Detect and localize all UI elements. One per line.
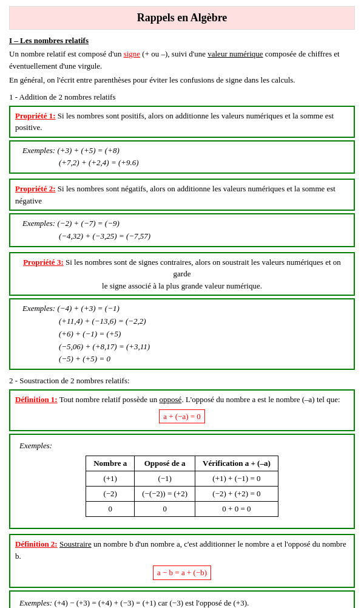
cell-nombre2: (−2): [86, 487, 135, 502]
example2-box: Exemples: (−2) + (−7) = (−9) (−4,32) + (…: [9, 213, 355, 247]
ex3-label: Exemples:: [22, 304, 55, 313]
cell-oppose2: (−(−2)) = (+2): [135, 487, 195, 502]
prop3-text2: le signe associé à la plus grande valeur…: [102, 281, 262, 290]
prop2-text: Si les nombres sont négatifs, alors on a…: [15, 184, 335, 205]
cell-nombre3: 0: [86, 502, 135, 517]
table-row: (+1) (−1) (+1) + (−1) = 0: [86, 471, 278, 487]
def1-formula-wrapper: a + (−a) = 0: [15, 408, 349, 426]
cell-oppose1: (−1): [135, 471, 195, 487]
propriete2-box: Propriété 2: Si les nombres sont négatif…: [9, 179, 355, 211]
table-examples-box: Exemples: Nombre a Opposé de a Vérificat…: [9, 434, 355, 529]
ex2-label: Exemples:: [22, 219, 55, 228]
def2-formula: a − b = a + (−b): [153, 565, 211, 580]
examples-def2-box: Exemples: (+4) − (+3) = (+4) + (−3) = (+…: [9, 590, 355, 608]
cell-verif2: (−2) + (+2) = 0: [195, 487, 278, 502]
def1-formula: a + (−a) = 0: [159, 409, 205, 424]
def2-label: Définition 2:: [15, 539, 58, 548]
definition2-box: Définition 2: Soustraire un nombre b d'u…: [9, 534, 355, 588]
page-title: Rappels en Algèbre: [9, 6, 355, 30]
cell-oppose3: 0: [135, 502, 195, 517]
example1-box: Exemples: (+3) + (+5) = (+8) (+7,2) + (+…: [9, 140, 355, 174]
intro1: Un nombre relatif est composé d'un signe…: [9, 48, 355, 72]
ex-def2-label: Exemples:: [19, 598, 52, 607]
propriete3-box: Propriété 3: Si les nombres sont de sign…: [9, 252, 355, 296]
prop3-text1: Si les nombres sont de signes contraires…: [64, 258, 341, 279]
signe-word: signe: [124, 49, 140, 58]
table-row: (−2) (−(−2)) = (+2) (−2) + (+2) = 0: [86, 487, 278, 502]
col-header-verif: Vérification a + (–a): [195, 456, 278, 471]
prop1-label: Propriété 1:: [15, 111, 56, 120]
prop3-label: Propriété 3:: [23, 258, 64, 267]
propriete1-box: Propriété 1: Si les nombres sont positif…: [9, 106, 355, 138]
valeur-word: valeur numérique: [207, 49, 263, 58]
sub1-title: 1 - Addition de 2 nombres relatifs: [9, 92, 355, 102]
oppose-word: opposé: [160, 395, 182, 404]
col-header-oppose: Opposé de a: [135, 456, 195, 471]
inner-table: Nombre a Opposé de a Vérification a + (–…: [86, 456, 278, 517]
section1-title: I – Les nombres relatifs: [9, 36, 355, 46]
sub2-title: 2 - Soustraction de 2 nombres relatifs:: [9, 376, 355, 386]
cell-nombre1: (+1): [86, 471, 135, 487]
def1-label: Définition 1:: [15, 395, 58, 404]
intro2: En général, on l'écrit entre parenthèses…: [9, 74, 355, 86]
table-ex-label: Exemples:: [19, 441, 52, 450]
soustraire-word: Soustraire: [59, 539, 92, 548]
prop1-text: Si les nombres sont positifs, alors on a…: [15, 111, 334, 132]
example3-box: Exemples: (−4) + (+3) = (−1) (+11,4) + (…: [9, 298, 355, 370]
prop2-label: Propriété 2:: [15, 184, 56, 193]
section1: I – Les nombres relatifs Un nombre relat…: [9, 36, 355, 86]
cell-verif3: 0 + 0 = 0: [195, 502, 278, 517]
definition1-box: Définition 1: Tout nombre relatif possèd…: [9, 389, 355, 431]
cell-verif1: (+1) + (−1) = 0: [195, 471, 278, 487]
def2-formula-wrapper: a − b = a + (−b): [15, 564, 349, 582]
table-row: 0 0 0 + 0 = 0: [86, 502, 278, 517]
col-header-nombre: Nombre a: [86, 456, 135, 471]
ex1-label: Exemples:: [22, 146, 55, 155]
